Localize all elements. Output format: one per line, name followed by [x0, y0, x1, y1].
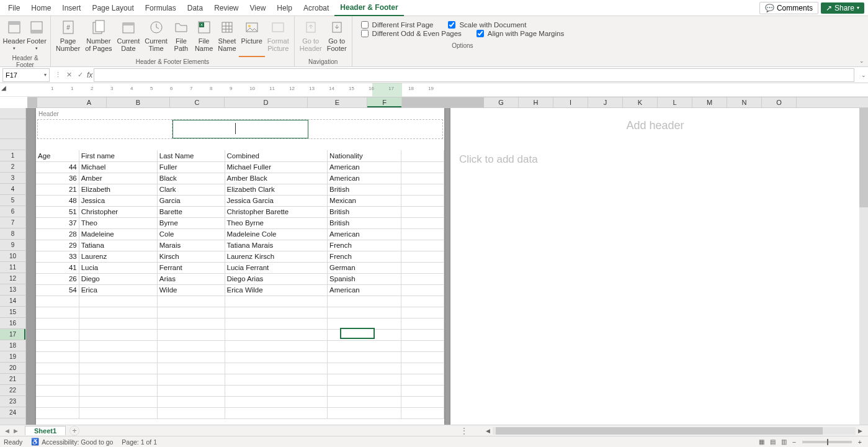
- diff-odd-input[interactable]: [361, 30, 369, 37]
- table-cell[interactable]: [401, 184, 444, 195]
- table-cell[interactable]: [401, 217, 444, 228]
- table-cell[interactable]: 48: [36, 195, 79, 206]
- row-head-6[interactable]: 6: [0, 206, 25, 217]
- table-cell[interactable]: 37: [36, 217, 79, 228]
- table-cell[interactable]: 26: [36, 273, 79, 284]
- ribbon-collapse-icon[interactable]: ⌄: [859, 58, 864, 64]
- table-header[interactable]: [401, 150, 444, 161]
- table-cell[interactable]: [157, 385, 225, 396]
- table-row[interactable]: 41LuciaFerrantLucia FerrantGerman: [36, 262, 444, 273]
- table-row[interactable]: 28MadeleineColeMadeleine ColeAmerican: [36, 228, 444, 240]
- table-row[interactable]: 26DiegoAriasDiego AriasSpanish: [36, 273, 444, 284]
- menu-acrobat[interactable]: Acrobat: [298, 0, 334, 16]
- menu-page-layout[interactable]: Page Layout: [86, 0, 139, 16]
- file-name-button[interactable]: XFile Name: [192, 17, 215, 57]
- table-cell[interactable]: [79, 351, 157, 363]
- table-cell[interactable]: Kirsch: [157, 251, 225, 262]
- vscroll-thumb[interactable]: [859, 108, 868, 207]
- table-cell[interactable]: [79, 340, 157, 351]
- table-header[interactable]: Combined: [225, 150, 328, 161]
- sheet-tab-sheet1[interactable]: Sheet1: [25, 426, 66, 435]
- table-cell[interactable]: [401, 385, 444, 396]
- table-row[interactable]: 29TatianaMaraisTatiana MaraisFrench: [36, 240, 444, 251]
- align-margins-input[interactable]: [477, 30, 484, 37]
- table-cell[interactable]: Jessica Garcia: [225, 195, 328, 206]
- row-head-15[interactable]: 15: [0, 307, 25, 318]
- row-head-16[interactable]: 16: [0, 318, 25, 329]
- col-head-C[interactable]: C: [170, 97, 225, 107]
- table-header[interactable]: Nationality: [328, 150, 401, 161]
- table-cell[interactable]: [225, 340, 328, 351]
- hscroll-right-icon[interactable]: ▶: [856, 427, 864, 435]
- table-cell[interactable]: [36, 351, 79, 363]
- table-cell[interactable]: Lucia: [79, 262, 157, 273]
- table-cell[interactable]: [401, 296, 444, 307]
- table-cell[interactable]: [36, 385, 79, 396]
- table-cell[interactable]: [328, 396, 401, 407]
- table-cell[interactable]: [401, 228, 444, 240]
- menu-help[interactable]: Help: [271, 0, 298, 16]
- table-cell[interactable]: [36, 363, 79, 374]
- table-cell[interactable]: [401, 173, 444, 184]
- row-head-14[interactable]: 14: [0, 296, 25, 307]
- table-cell[interactable]: American: [328, 228, 401, 240]
- table-cell[interactable]: [328, 351, 401, 363]
- table-cell[interactable]: Elizabeth: [79, 184, 157, 195]
- table-cell[interactable]: Clark: [157, 184, 225, 195]
- row-head-11[interactable]: 11: [0, 262, 25, 273]
- table-cell[interactable]: Theo Byrne: [225, 217, 328, 228]
- table-cell[interactable]: 41: [36, 262, 79, 273]
- table-cell[interactable]: [157, 374, 225, 385]
- table-cell[interactable]: [401, 284, 444, 296]
- table-row[interactable]: 33LaurenzKirschLaurenz KirschFrench: [36, 251, 444, 262]
- table-cell[interactable]: [401, 318, 444, 329]
- row-head-10[interactable]: 10: [0, 251, 25, 262]
- tab-split-icon[interactable]: ⋮: [460, 427, 465, 435]
- diff-first-input[interactable]: [361, 21, 369, 29]
- menu-home[interactable]: Home: [25, 0, 56, 16]
- add-sheet-button[interactable]: +: [69, 426, 79, 436]
- col-head-A[interactable]: A: [72, 97, 107, 107]
- menu-data[interactable]: Data: [182, 0, 208, 16]
- table-cell[interactable]: [79, 318, 157, 329]
- tab-prev-icon[interactable]: ◀: [2, 426, 11, 436]
- menu-view[interactable]: View: [244, 0, 272, 16]
- table-header[interactable]: Age: [36, 150, 79, 161]
- table-cell[interactable]: [328, 374, 401, 385]
- table-cell[interactable]: Diego: [79, 273, 157, 284]
- menu-formulas[interactable]: Formulas: [140, 0, 182, 16]
- table-cell[interactable]: British: [328, 206, 401, 217]
- sheet-name-button[interactable]: Sheet Name: [215, 17, 238, 57]
- table-cell[interactable]: [401, 251, 444, 262]
- table-cell[interactable]: [79, 363, 157, 374]
- table-row[interactable]: 51ChristopherBaretteChristopher BaretteB…: [36, 206, 444, 217]
- table-cell[interactable]: Laurenz Kirsch: [225, 251, 328, 262]
- table-cell[interactable]: [328, 296, 401, 307]
- row-head-20[interactable]: 20: [0, 363, 25, 374]
- table-cell[interactable]: [328, 340, 401, 351]
- table-cell[interactable]: 21: [36, 184, 79, 195]
- row-head-17[interactable]: 17: [0, 329, 25, 340]
- table-cell[interactable]: [401, 161, 444, 173]
- zoom-slider[interactable]: [802, 441, 852, 443]
- scale-doc-checkbox[interactable]: Scale with Document: [448, 21, 526, 29]
- table-cell[interactable]: 44: [36, 161, 79, 173]
- menu-header-footer[interactable]: Header & Footer: [334, 0, 403, 16]
- table-cell[interactable]: [225, 296, 328, 307]
- table-cell[interactable]: [79, 296, 157, 307]
- table-cell[interactable]: 54: [36, 284, 79, 296]
- table-row[interactable]: 37TheoByrneTheo ByrneBritish: [36, 217, 444, 228]
- cur-date-button[interactable]: Current Date: [115, 17, 143, 57]
- formula-expand-icon[interactable]: ⌄: [859, 72, 868, 78]
- table-cell[interactable]: Madeleine Cole: [225, 228, 328, 240]
- table-cell[interactable]: [157, 329, 225, 340]
- table-cell[interactable]: [157, 318, 225, 329]
- table-cell[interactable]: [225, 363, 328, 374]
- table-cell[interactable]: [401, 396, 444, 407]
- table-cell[interactable]: [36, 374, 79, 385]
- table-header[interactable]: Last Name: [157, 150, 225, 161]
- table-cell[interactable]: [401, 240, 444, 251]
- table-cell[interactable]: Elizabeth Clark: [225, 184, 328, 195]
- vertical-scrollbar[interactable]: [859, 108, 868, 425]
- row-head-24[interactable]: 24: [0, 407, 25, 418]
